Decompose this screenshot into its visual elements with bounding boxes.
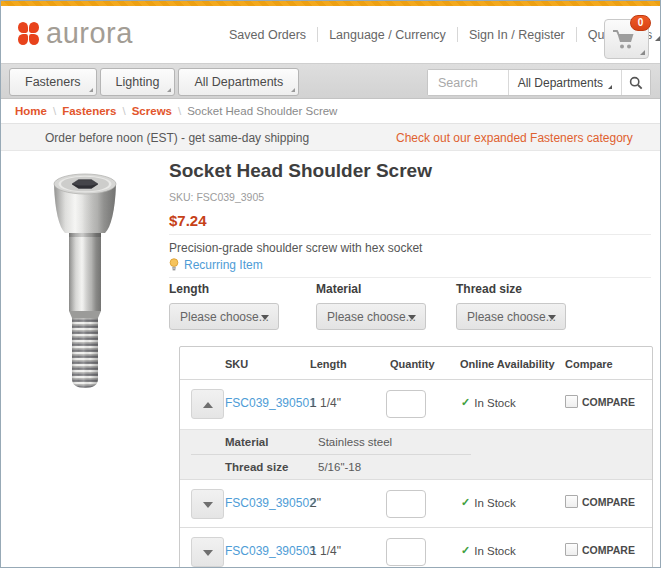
- header-links: Saved Orders Language / Currency Sign In…: [229, 6, 660, 63]
- variant-length: 2": [310, 496, 321, 510]
- variant-details-panel: Material Stainless steel Thread size 5/1…: [180, 429, 652, 479]
- column-header-compare: Compare: [565, 358, 613, 370]
- dropdown-corner-icon: [89, 88, 93, 92]
- option-thread-size: Thread size Please choose...: [456, 282, 566, 330]
- detail-value: Stainless steel: [318, 436, 392, 448]
- compare-checkbox[interactable]: [565, 495, 578, 508]
- dropdown-corner-icon: [291, 88, 295, 92]
- chevron-down-icon: [548, 315, 556, 320]
- detail-row: Material Stainless steel: [191, 430, 471, 455]
- logo-text: aurora: [46, 18, 133, 48]
- breadcrumb: Home \ Fasteners \ Screws \ Socket Head …: [1, 99, 660, 123]
- compare-label: COMPARE: [582, 496, 635, 508]
- table-header-row: SKU Length Quantity Online Availability …: [180, 347, 652, 380]
- compare-label: COMPARE: [582, 544, 635, 556]
- length-select[interactable]: Please choose...: [169, 303, 279, 330]
- thread-size-select[interactable]: Please choose...: [456, 303, 566, 330]
- variant-sku-link[interactable]: FSC039_390503: [225, 544, 316, 558]
- divider: [457, 27, 458, 42]
- breadcrumb-separator: \: [178, 105, 181, 117]
- collapse-row-button[interactable]: [191, 389, 224, 419]
- tab-fasteners[interactable]: Fasteners: [9, 68, 97, 96]
- material-select[interactable]: Please choose...: [316, 303, 426, 330]
- variant-sku-link[interactable]: FSC039_390502: [225, 496, 316, 510]
- cart-button[interactable]: 0: [604, 19, 649, 59]
- option-label: Material: [316, 282, 426, 296]
- availability-status: ✓In Stock: [461, 544, 516, 557]
- check-icon: ✓: [461, 396, 470, 409]
- detail-label: Thread size: [191, 461, 318, 473]
- column-header-sku: SKU: [225, 358, 248, 370]
- option-material: Material Please choose...: [316, 282, 426, 330]
- quantity-input[interactable]: [386, 538, 426, 566]
- search-icon: [629, 76, 643, 90]
- promo-message: Order before noon (EST) - get same-day s…: [45, 131, 309, 145]
- saved-orders-link[interactable]: Saved Orders: [229, 28, 306, 42]
- quantity-input[interactable]: [386, 390, 426, 418]
- detail-value: 5/16"-18: [318, 461, 361, 473]
- tab-all-departments[interactable]: All Departments: [178, 68, 299, 96]
- promo-link[interactable]: Check out our expanded Fasteners categor…: [396, 131, 633, 145]
- product-price: $7.24: [169, 212, 207, 229]
- breadcrumb-separator: \: [123, 105, 126, 117]
- table-row: FSC039_390501 1 1/4" ✓In Stock COMPARE: [180, 380, 652, 429]
- tab-lighting[interactable]: Lighting: [100, 68, 176, 96]
- option-length: Length Please choose...: [169, 282, 279, 330]
- divider: [576, 27, 577, 42]
- table-row: FSC039_390502 2" ✓In Stock COMPARE: [180, 479, 652, 527]
- product-sku: SKU: FSC039_3905: [169, 191, 264, 203]
- dropdown-corner-icon: [167, 88, 171, 92]
- page: aurora Saved Orders Language / Currency …: [0, 0, 661, 568]
- breadcrumb-home[interactable]: Home: [15, 105, 47, 117]
- variant-length: 1 1/4": [310, 544, 341, 558]
- expand-row-button[interactable]: [191, 537, 224, 567]
- compare-checkbox[interactable]: [565, 395, 578, 408]
- search-button[interactable]: [621, 70, 650, 95]
- compare-label: COMPARE: [582, 396, 635, 408]
- search-input[interactable]: [428, 70, 508, 95]
- column-header-quantity: Quantity: [390, 358, 435, 370]
- quantity-input[interactable]: [386, 490, 426, 518]
- breadcrumb-fasteners[interactable]: Fasteners: [62, 105, 116, 117]
- detail-label: Material: [191, 436, 318, 448]
- divider: [317, 27, 318, 42]
- option-label: Thread size: [456, 282, 566, 296]
- check-icon: ✓: [461, 496, 470, 509]
- compare-checkbox[interactable]: [565, 543, 578, 556]
- search-bar: All Departments: [427, 69, 651, 96]
- expand-row-button[interactable]: [191, 489, 224, 519]
- cart-icon: [612, 29, 636, 51]
- category-tabs: Fasteners Lighting All Departments: [9, 68, 299, 96]
- cart-expand-corner-icon: [640, 50, 645, 55]
- option-label: Length: [169, 282, 279, 296]
- language-currency-link[interactable]: Language / Currency: [329, 28, 446, 42]
- chevron-corner-icon: [608, 85, 612, 89]
- table-row: FSC039_390503 1 1/4" ✓In Stock COMPARE: [180, 527, 652, 568]
- promo-bar: Order before noon (EST) - get same-day s…: [1, 123, 660, 151]
- chevron-down-icon: [203, 550, 213, 556]
- availability-status: ✓In Stock: [461, 396, 516, 409]
- search-scope-dropdown[interactable]: All Departments: [508, 70, 621, 95]
- detail-row: Thread size 5/16"-18: [191, 455, 471, 480]
- column-header-availability: Online Availability: [460, 358, 555, 370]
- compare-control: COMPARE: [565, 543, 635, 556]
- compare-control: COMPARE: [565, 495, 635, 508]
- chevron-up-icon: [203, 402, 213, 408]
- compare-control: COMPARE: [565, 395, 635, 408]
- divider: [169, 234, 651, 235]
- breadcrumb-separator: \: [53, 105, 56, 117]
- variant-sku-link[interactable]: FSC039_390501: [225, 396, 316, 410]
- chevron-down-icon: [203, 502, 213, 508]
- breadcrumb-screws[interactable]: Screws: [132, 105, 172, 117]
- divider: [169, 277, 651, 278]
- aurora-flower-icon: [18, 22, 40, 46]
- chevron-corner-icon: [655, 36, 660, 41]
- logo-link[interactable]: aurora: [18, 18, 133, 48]
- sign-in-register-link[interactable]: Sign In / Register: [469, 28, 565, 42]
- product-description: Precision-grade shoulder screw with hex …: [169, 241, 422, 255]
- variants-table: SKU Length Quantity Online Availability …: [179, 346, 653, 568]
- chevron-down-icon: [261, 315, 269, 320]
- chevron-down-icon: [408, 315, 416, 320]
- variant-length: 1 1/4": [310, 396, 341, 410]
- recurring-item-link[interactable]: Recurring Item: [169, 258, 263, 272]
